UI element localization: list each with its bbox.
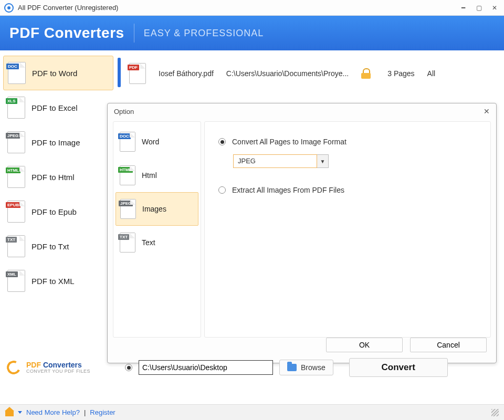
- option-item-label: Text: [142, 238, 155, 247]
- option-item-label: Html: [142, 171, 157, 180]
- badge: TXT: [118, 234, 129, 240]
- file-type-icon: XLS: [7, 97, 25, 119]
- radio-label: Extract All Images From PDF Files: [232, 186, 344, 194]
- sidebar-item-pdf-to-txt[interactable]: TXTPDF to Txt: [3, 229, 113, 264]
- badge: DOC: [6, 64, 19, 69]
- sidebar-item-pdf-to-html[interactable]: HTMLPDF to Html: [3, 160, 113, 194]
- dialog-title: Option: [114, 108, 134, 116]
- sidebar-separator: [118, 58, 121, 87]
- option-item-label: Word: [142, 138, 159, 146]
- badge: HTML: [6, 167, 20, 173]
- sidebar-item-pdf-to-epub[interactable]: EPUBPDF to Epub: [3, 194, 113, 229]
- title-bar: All PDF Converter (Unregistered) ━ ▢ ✕: [0, 0, 504, 16]
- badge: JPEG: [6, 133, 20, 139]
- file-type-icon: XML: [7, 270, 25, 292]
- brand-name: PDF Converters: [9, 25, 124, 41]
- page-count: 3 Pages: [387, 69, 414, 78]
- app-icon: [4, 3, 14, 13]
- dialog-format-list: DOCWordHTMLHtmlJPEGImagesTXTText: [113, 121, 201, 338]
- file-type-icon: JPEG: [7, 131, 25, 153]
- chevron-down-icon[interactable]: ▼: [317, 154, 329, 168]
- sidebar-item-pdf-to-excel[interactable]: XLSPDF to Excel: [3, 90, 113, 125]
- pdf-file-icon: PDF: [129, 63, 146, 84]
- brand-logo-icon: [5, 359, 22, 376]
- lock-icon: [361, 68, 371, 79]
- window-title: All PDF Converter (Unregistered): [18, 4, 453, 12]
- dialog-close-button[interactable]: ✕: [484, 107, 490, 116]
- sidebar: DOCPDF to WordXLSPDF to ExcelJPEGPDF to …: [3, 56, 113, 298]
- sidebar-item-label: PDF to Image: [32, 138, 80, 147]
- pdf-badge: PDF: [128, 65, 139, 70]
- file-type-icon: HTML: [120, 165, 135, 185]
- file-type-icon: DOC: [8, 62, 26, 84]
- page-range: All: [427, 69, 436, 78]
- option-item-html[interactable]: HTMLHtml: [116, 159, 198, 192]
- file-type-icon: TXT: [120, 233, 135, 253]
- sidebar-item-pdf-to-xml[interactable]: XMLPDF to XML: [3, 264, 113, 298]
- option-item-text[interactable]: TXTText: [116, 226, 198, 259]
- browse-label: Browse: [301, 363, 326, 372]
- badge: EPUB: [6, 202, 20, 208]
- small-brand-name: PDF Converters: [26, 361, 90, 369]
- file-type-icon: JPEG: [120, 199, 136, 219]
- help-link[interactable]: Need More Help?: [26, 408, 80, 416]
- file-path: C:\Users\Usuario\Documents\Proye...: [226, 69, 349, 78]
- brand-header: PDF Converters EASY & PROFESSIONAL: [0, 16, 504, 50]
- sidebar-item-pdf-to-word[interactable]: DOCPDF to Word: [3, 56, 113, 90]
- option-item-word[interactable]: DOCWord: [116, 125, 198, 159]
- sidebar-item-label: PDF to Html: [32, 173, 75, 182]
- radio-label: Convert All Pages to Image Format: [232, 138, 346, 146]
- sidebar-item-label: PDF to Epub: [32, 207, 77, 216]
- file-type-icon: DOC: [120, 132, 135, 152]
- file-type-icon: EPUB: [7, 201, 25, 223]
- radio-icon: [218, 138, 226, 145]
- badge: JPEG: [119, 201, 133, 206]
- badge: HTML: [118, 167, 133, 173]
- dropdown-icon[interactable]: [18, 411, 22, 414]
- badge: DOC: [118, 133, 131, 139]
- badge: XLS: [6, 98, 17, 104]
- badge: TXT: [6, 237, 17, 243]
- close-window-button[interactable]: ✕: [489, 4, 500, 12]
- output-radio[interactable]: [125, 364, 132, 371]
- main-area: DOCPDF to WordXLSPDF to ExcelJPEGPDF to …: [0, 50, 504, 394]
- radio-icon: [218, 186, 226, 194]
- small-brand-tagline: CONVERT YOU PDF FILES: [26, 369, 90, 374]
- status-separator: |: [84, 408, 86, 416]
- sidebar-item-label: PDF to Txt: [32, 242, 69, 251]
- browse-button[interactable]: Browse: [279, 360, 333, 375]
- resize-grip-icon[interactable]: [491, 409, 499, 416]
- select-value: JPEG: [233, 154, 317, 168]
- bottom-bar: PDF Converters CONVERT YOU PDF FILES Bro…: [5, 348, 499, 387]
- dialog-header: Option ✕: [108, 103, 496, 119]
- brand-divider: [134, 24, 134, 43]
- register-link[interactable]: Register: [90, 408, 115, 416]
- convert-button[interactable]: Convert: [349, 358, 448, 377]
- small-brand: PDF Converters CONVERT YOU PDF FILES: [5, 359, 116, 376]
- sidebar-item-label: PDF to Excel: [32, 103, 78, 112]
- radio-convert-all[interactable]: Convert All Pages to Image Format: [218, 138, 477, 146]
- radio-extract-all[interactable]: Extract All Images From PDF Files: [218, 186, 477, 194]
- output-path-input[interactable]: [139, 360, 273, 375]
- dialog-options-panel: Convert All Pages to Image Format JPEG ▼…: [204, 121, 491, 338]
- image-format-select[interactable]: JPEG ▼: [233, 154, 477, 168]
- badge: XML: [6, 271, 18, 277]
- sidebar-item-pdf-to-image[interactable]: JPEGPDF to Image: [3, 125, 113, 160]
- status-bar: Need More Help? | Register: [0, 404, 504, 420]
- sidebar-item-label: PDF to XML: [32, 277, 75, 286]
- file-name: Iosef Báthory.pdf: [159, 69, 214, 78]
- option-item-images[interactable]: JPEGImages: [116, 192, 198, 226]
- minimize-button[interactable]: ━: [458, 4, 468, 12]
- file-row[interactable]: PDF Iosef Báthory.pdf C:\Users\Usuario\D…: [127, 58, 499, 89]
- sidebar-item-label: PDF to Word: [32, 69, 77, 78]
- file-type-icon: HTML: [7, 166, 25, 188]
- home-icon[interactable]: [5, 409, 14, 416]
- option-item-label: Images: [142, 205, 166, 213]
- maximize-button[interactable]: ▢: [474, 4, 484, 12]
- folder-icon: [287, 364, 297, 371]
- option-dialog: Option ✕ DOCWordHTMLHtmlJPEGImagesTXTTex…: [107, 103, 497, 363]
- brand-tagline: EASY & PROFESSIONAL: [144, 28, 264, 39]
- file-type-icon: TXT: [7, 235, 25, 257]
